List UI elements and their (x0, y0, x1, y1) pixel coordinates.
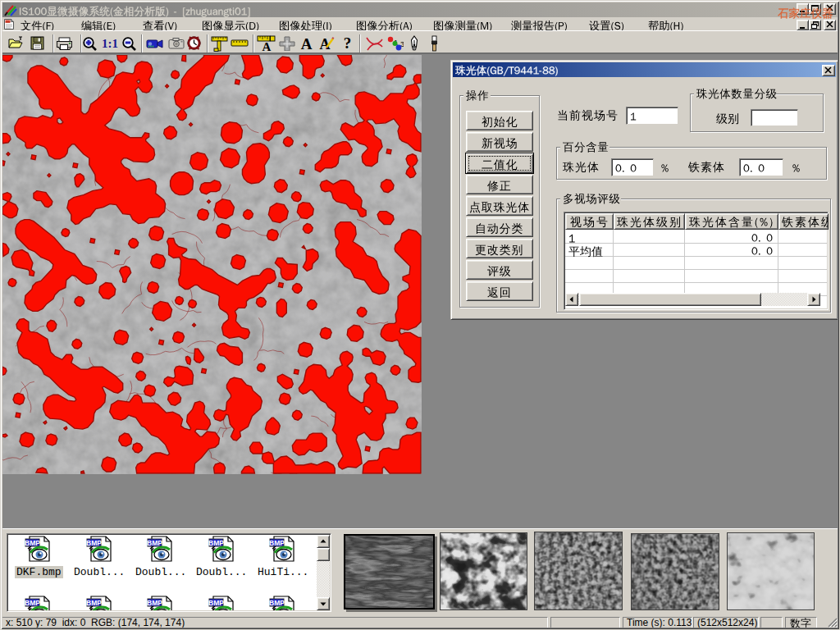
svg-text:BMP: BMP (25, 539, 40, 547)
svg-text:?: ? (344, 35, 352, 51)
svg-text:BMP: BMP (269, 539, 285, 547)
svg-text:A: A (262, 40, 272, 52)
svg-text:BMP: BMP (208, 539, 224, 547)
svg-text:A: A (301, 35, 313, 51)
svg-text:BMP: BMP (208, 599, 224, 607)
svg-text:BMP: BMP (147, 599, 162, 607)
svg-text:1:1: 1:1 (102, 37, 118, 50)
svg-text:BMP: BMP (269, 599, 285, 607)
svg-text:BMP: BMP (25, 599, 40, 607)
svg-text:BMP: BMP (86, 599, 102, 607)
svg-text:BMP: BMP (147, 539, 162, 547)
svg-text:BMP: BMP (86, 539, 102, 547)
